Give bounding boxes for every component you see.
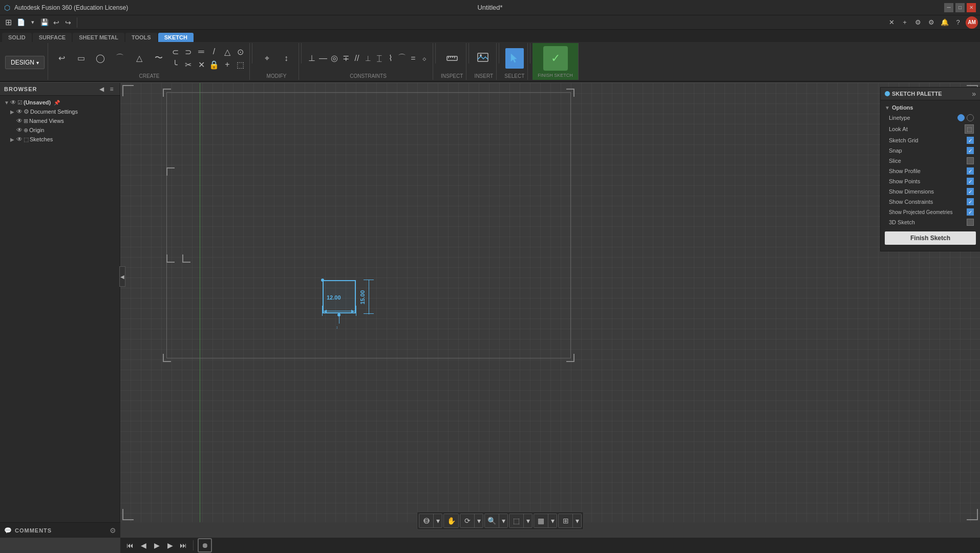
- palette-section-options[interactable]: ▼ Options: [881, 102, 980, 113]
- construction-tool[interactable]: ✕: [195, 58, 207, 71]
- bell-icon[interactable]: 🔔: [939, 17, 950, 28]
- lookat-button[interactable]: ⬚: [965, 124, 974, 134]
- timeline-next-button[interactable]: ▶: [164, 540, 176, 551]
- mirror-tool[interactable]: △: [221, 46, 233, 58]
- tab-sketch[interactable]: SKETCH: [158, 33, 194, 42]
- constraint-perp[interactable]: ⟂: [363, 53, 373, 63]
- browser-settings-icon[interactable]: ≡: [108, 85, 116, 93]
- constraint-coincident[interactable]: ⊥: [307, 53, 317, 63]
- add-button[interactable]: +: [899, 17, 910, 28]
- linetype-radio-2[interactable]: [967, 114, 974, 121]
- finish-sketch-palette-button[interactable]: Finish Sketch: [885, 231, 976, 245]
- snap-checkbox[interactable]: ✓: [967, 147, 974, 154]
- timeline-play-button[interactable]: ▶: [151, 540, 162, 551]
- polygon-tool[interactable]: △: [130, 48, 148, 69]
- comments-settings-icon[interactable]: ⚙: [110, 526, 116, 535]
- object-isolation-button[interactable]: ⊞: [559, 514, 573, 527]
- design-dropdown[interactable]: DESIGN ▾: [5, 56, 45, 69]
- constraint-collinear[interactable]: —: [318, 53, 328, 63]
- display-dropdown[interactable]: ▾: [524, 514, 532, 527]
- gear-icon[interactable]: ⚙: [926, 17, 937, 28]
- close-panel-button[interactable]: ✕: [886, 17, 897, 28]
- constraint-symmetric[interactable]: ⬦: [419, 53, 430, 63]
- constraint-concentric[interactable]: ◎: [329, 53, 339, 63]
- settings-button[interactable]: ⚙: [912, 17, 924, 28]
- project-tool[interactable]: +: [221, 58, 233, 71]
- showdimensions-checkbox[interactable]: ✓: [967, 188, 974, 195]
- maximize-button[interactable]: □: [955, 3, 965, 12]
- circle-tool[interactable]: ◯: [91, 48, 110, 69]
- constraint-parallel[interactable]: //: [352, 53, 362, 63]
- close-button[interactable]: ✕: [967, 3, 976, 12]
- insert-image-tool[interactable]: [475, 48, 493, 69]
- tree-item-namedviews[interactable]: ▶ 👁 ⊞ Named Views: [6, 116, 120, 125]
- constraint-midpoint[interactable]: ∓: [340, 53, 351, 63]
- orbit-button[interactable]: [419, 514, 434, 527]
- text-tool[interactable]: ═: [195, 46, 207, 58]
- rectangle-tool[interactable]: ▭: [72, 48, 90, 69]
- view-dropdown[interactable]: ▾: [499, 514, 507, 527]
- finish-sketch-ribbon-button[interactable]: ✓: [543, 46, 568, 71]
- tab-tools[interactable]: TOOLS: [125, 33, 157, 42]
- pattern-tool[interactable]: ⬚: [234, 58, 246, 71]
- open-dropdown[interactable]: ▾: [27, 17, 38, 28]
- pan-button[interactable]: ✋: [444, 514, 458, 527]
- tree-item-sketches[interactable]: ▶ 👁 ⬚ Sketches: [6, 135, 120, 144]
- modify-group: ⌖ ↕ MODIFY: [254, 43, 299, 80]
- tab-surface[interactable]: SURFACE: [33, 33, 72, 42]
- zoom-dropdown[interactable]: ▾: [475, 514, 483, 527]
- browser-collapse-arrow[interactable]: ◀: [119, 266, 125, 287]
- showconstraints-checkbox[interactable]: ✓: [967, 198, 974, 205]
- lock-tool[interactable]: 🔒: [208, 58, 220, 71]
- ellipse-tool[interactable]: ⊂: [169, 46, 181, 58]
- fillet-tool[interactable]: ╰: [169, 58, 181, 71]
- select-tool[interactable]: [505, 48, 524, 69]
- spline-tool[interactable]: 〜: [150, 48, 168, 69]
- constraint-equal[interactable]: =: [408, 53, 418, 63]
- arc-tool[interactable]: ⌒: [111, 48, 129, 69]
- timeline-start-button[interactable]: ⏮: [124, 540, 136, 551]
- redo-button[interactable]: ↪: [62, 17, 74, 28]
- grid-button[interactable]: ▦: [534, 514, 548, 527]
- browser-collapse-button[interactable]: ◀: [97, 85, 105, 93]
- sketchgrid-checkbox[interactable]: ✓: [967, 137, 974, 144]
- object-dropdown[interactable]: ▾: [573, 514, 581, 527]
- slot-tool[interactable]: ⊃: [182, 46, 194, 58]
- display-button[interactable]: ⬚: [509, 514, 524, 527]
- modify-tool-2[interactable]: ↕: [277, 48, 295, 69]
- slice-checkbox[interactable]: [967, 157, 974, 164]
- timeline-end-button[interactable]: ⏭: [178, 540, 189, 551]
- linetype-radio-1[interactable]: [957, 114, 965, 121]
- new-button[interactable]: 📄: [15, 17, 27, 28]
- view-style-button[interactable]: 🔍: [485, 514, 499, 527]
- showpoints-checkbox[interactable]: ✓: [967, 178, 974, 185]
- showprojected-checkbox[interactable]: ✓: [967, 208, 974, 216]
- timeline-prev-button[interactable]: ◀: [138, 540, 149, 551]
- canvas[interactable]: FRONT 12.00 ◀ ▶ 15.00: [120, 83, 980, 522]
- minimize-button[interactable]: ─: [944, 3, 953, 12]
- tree-item-origin[interactable]: ▶ 👁 ⊕ Origin: [6, 125, 120, 135]
- help-button[interactable]: ?: [952, 17, 964, 28]
- tab-sheetmetal[interactable]: SHEET METAL: [73, 33, 124, 42]
- zoom-fit-button[interactable]: ⟳: [460, 514, 475, 527]
- offset-tool[interactable]: ⊙: [234, 46, 246, 58]
- grid-dropdown[interactable]: ▾: [548, 514, 557, 527]
- tree-item-root[interactable]: ▼ 👁 ☑ (Unsaved) 📌: [0, 98, 120, 107]
- constraint-tangent[interactable]: ⌒: [397, 53, 407, 63]
- dimension-tool[interactable]: /: [208, 46, 220, 58]
- showprofile-checkbox[interactable]: ✓: [967, 167, 974, 175]
- measure-tool[interactable]: [443, 48, 461, 69]
- 3dsketch-checkbox[interactable]: [967, 219, 974, 226]
- tree-item-docsettings[interactable]: ▶ 👁 ⚙ Document Settings: [6, 107, 120, 116]
- save-button[interactable]: 💾: [39, 17, 50, 28]
- constraint-horiz[interactable]: ⌶: [374, 53, 385, 63]
- undo-button[interactable]: ↩: [51, 17, 62, 28]
- constraint-vert[interactable]: ⌇: [386, 53, 396, 63]
- orbit-dropdown[interactable]: ▾: [434, 514, 442, 527]
- palette-collapse-button[interactable]: »: [972, 90, 976, 98]
- app-grid-icon[interactable]: ⊞: [2, 16, 14, 29]
- trim-tool[interactable]: ✂: [182, 58, 194, 71]
- line-tool[interactable]: ↩: [52, 48, 71, 69]
- tab-solid[interactable]: SOLID: [2, 33, 32, 42]
- modify-tool-1[interactable]: ⌖: [258, 48, 276, 69]
